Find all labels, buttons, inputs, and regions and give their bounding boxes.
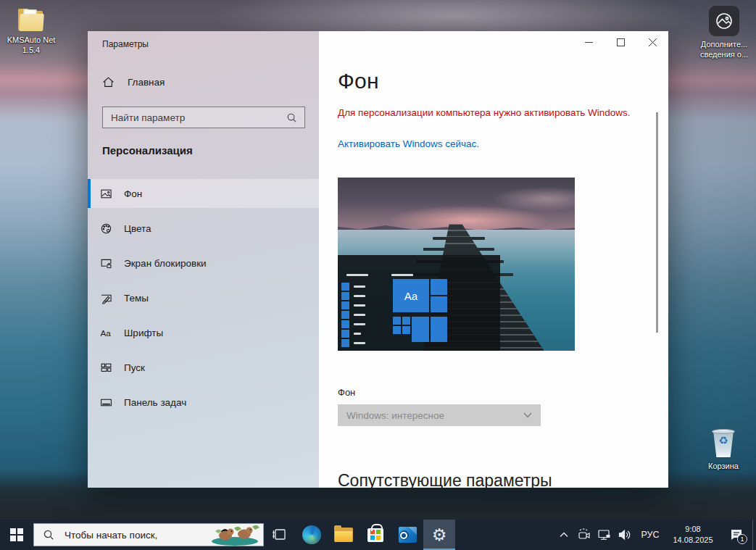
background-type-dropdown[interactable]: Windows: интересное [338,404,541,426]
microsoft-store-icon [367,528,383,542]
background-dropdown-label: Фон [338,387,355,398]
network-button[interactable] [594,520,615,550]
meet-now-icon [577,528,591,541]
clock-date: 14.08.2025 [673,535,713,546]
volume-button[interactable] [615,520,635,550]
sidebar-section-title: Персонализация [102,144,193,157]
tray-chevron-button[interactable] [554,520,574,550]
search-highlight-image[interactable] [207,524,263,546]
file-explorer-icon [334,528,353,542]
sidebar-item-fonts[interactable]: Aa Шрифты [88,318,319,347]
taskbar-search-input[interactable] [59,530,207,541]
minimize-button[interactable] [573,31,605,54]
selection-accent-bar [88,179,91,208]
sidebar-item-lock-screen[interactable]: Экран блокировки [88,249,319,278]
start-menu-icon [100,362,112,374]
gear-icon: ⚙ [432,527,447,543]
edge-button[interactable] [296,520,328,550]
lock-screen-icon [100,257,112,270]
activate-windows-link[interactable]: Активировать Windows сейчас. [338,138,479,149]
sidebar-home-label: Главная [128,77,165,88]
taskbar-search-box[interactable] [33,523,264,546]
notification-center-button[interactable]: 1 [720,520,752,550]
search-icon [43,529,54,541]
outlook-button[interactable] [391,520,423,550]
chevron-up-icon [559,531,569,538]
close-button[interactable] [636,31,668,54]
photos-icon [709,6,739,36]
taskbar: ⚙ [0,520,756,550]
start-button[interactable] [0,520,33,550]
notification-badge: 1 [737,534,747,544]
network-icon [597,528,612,541]
window-controls [573,31,668,54]
settings-sidebar: Параметры Главная Персонализация [88,31,319,488]
volume-icon [618,528,632,541]
related-settings-heading: Сопутствующие параметры [338,471,552,488]
meet-now-button[interactable] [574,520,594,550]
edge-icon [302,525,321,544]
maximize-button[interactable] [605,31,636,54]
settings-content: Фон Для персонализации компьютера нужно … [319,31,668,488]
show-desktop-button[interactable] [752,520,756,550]
window-title: Параметры [102,39,149,49]
windows-logo-icon [10,528,23,541]
desktop-icon-kmsauto[interactable]: KMSAuto Net 1.5.4 [3,9,59,56]
desktop-icon-label: KMSAuto Net 1.5.4 [7,35,56,56]
sidebar-item-background[interactable]: Фон [88,179,319,208]
sidebar-item-start[interactable]: Пуск [88,353,319,382]
chevron-down-icon [523,412,532,418]
desktop-icon-label: Корзина [708,461,739,471]
svg-text:Aa: Aa [101,328,112,337]
preview-tile-aa: Aa [393,279,429,312]
page-title: Фон [338,69,379,93]
preview-start-menu: Aa [338,255,500,351]
sidebar-item-themes[interactable]: Темы [88,283,319,312]
preview-sky [338,178,575,231]
folder-icon [17,9,46,32]
sidebar-item-taskbar[interactable]: Панель задач [88,388,319,417]
sidebar-item-colors[interactable]: Цвета [88,214,319,243]
taskbar-icon [100,396,112,409]
outlook-icon [399,527,417,543]
search-icon [286,112,297,123]
desktop-icon-label: Дополните... сведения о... [700,39,748,60]
settings-search-input[interactable] [103,112,286,123]
themes-icon [100,292,112,304]
sidebar-item-home[interactable]: Главная [102,76,165,88]
desktop-icon-more-info[interactable]: Дополните... сведения о... [694,6,754,60]
background-preview: Aa [338,178,575,351]
palette-icon [100,222,112,235]
microsoft-store-button[interactable] [360,520,391,550]
picture-icon [100,188,112,200]
language-indicator[interactable]: РУС [635,520,665,550]
task-view-icon [272,527,288,543]
settings-search-box[interactable] [102,107,305,128]
desktop-icon-recycle-bin[interactable]: ♻ Корзина [693,428,754,471]
fonts-icon: Aa [100,327,112,339]
home-icon [102,76,115,88]
file-explorer-button[interactable] [328,520,360,550]
recycle-bin-icon: ♻ [711,428,736,458]
settings-app-button[interactable]: ⚙ [423,520,455,550]
settings-window: Параметры Главная Персонализация [88,31,668,488]
clock[interactable]: 9:08 14.08.2025 [665,520,720,550]
desktop: KMSAuto Net 1.5.4 Дополните... сведения … [0,0,756,550]
clock-time: 9:08 [685,524,700,535]
activation-warning: Для персонализации компьютера нужно акти… [338,107,631,118]
task-view-button[interactable] [264,520,296,550]
dropdown-value: Windows: интересное [338,410,523,421]
scrollbar[interactable] [656,112,658,333]
